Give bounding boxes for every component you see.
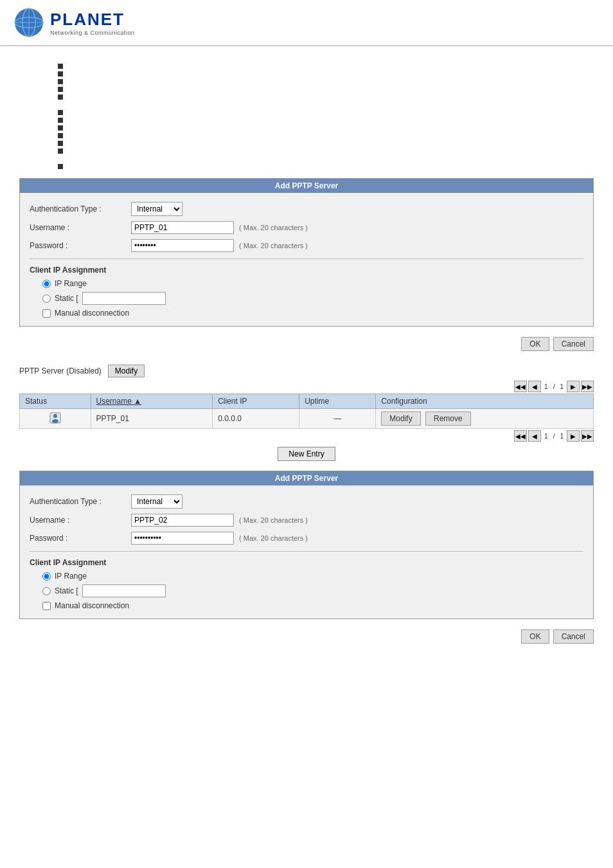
form2-password-row: Password : ( Max. 20 characters ) bbox=[30, 529, 583, 547]
password-input-2[interactable] bbox=[131, 532, 234, 545]
form1-title: Add PPTP Server bbox=[20, 179, 593, 193]
password-row: Password : ( Max. 20 characters ) bbox=[30, 237, 583, 255]
form1-body: Authentication Type : Internal Username … bbox=[20, 193, 593, 326]
pptp-server-header: PPTP Server (Disabled) Modify bbox=[19, 365, 594, 377]
list-item[interactable] bbox=[58, 140, 594, 147]
form2-buttons: OK Cancel bbox=[19, 626, 594, 647]
svg-point-7 bbox=[52, 419, 58, 423]
row-uptime: — bbox=[299, 409, 376, 429]
row-remove-btn[interactable]: Remove bbox=[425, 411, 471, 426]
last-page-btn[interactable]: ▶▶ bbox=[581, 381, 594, 392]
last-page-btn-2[interactable]: ▶▶ bbox=[581, 430, 594, 442]
form2-body: Authentication Type : Internal Username … bbox=[20, 485, 593, 619]
form2-static-ip-text: Static [ bbox=[55, 586, 78, 595]
form2-manual-disconnect-row: Manual disconnection bbox=[30, 599, 583, 612]
header: PLANET Networking & Communication bbox=[0, 0, 613, 46]
form2-username-label: Username : bbox=[30, 516, 126, 525]
list-item[interactable] bbox=[58, 62, 594, 70]
row-configuration: Modify Remove bbox=[376, 409, 594, 429]
static-ip-input-1[interactable] bbox=[82, 292, 166, 305]
static-ip-text-1: Static [ bbox=[55, 294, 78, 303]
logo-globe-icon bbox=[13, 6, 45, 39]
row-status bbox=[20, 409, 91, 429]
form1-cancel-button[interactable]: Cancel bbox=[553, 337, 594, 351]
new-entry-button[interactable]: New Entry bbox=[278, 447, 335, 461]
page-total-2: 1 bbox=[558, 433, 565, 440]
form2-title: Add PPTP Server bbox=[20, 471, 593, 485]
list-item[interactable] bbox=[58, 147, 594, 155]
next-page-btn-2[interactable]: ▶ bbox=[567, 430, 580, 442]
bullet-icon bbox=[58, 149, 63, 154]
bullet-icon bbox=[58, 118, 63, 123]
prev-page-btn-2[interactable]: ◀ bbox=[528, 430, 541, 442]
next-page-btn[interactable]: ▶ bbox=[567, 381, 580, 392]
bullet-icon bbox=[58, 79, 63, 84]
bullet-icon bbox=[58, 87, 63, 92]
table-header-row: Status Username ▲ Client IP Uptime Confi… bbox=[20, 394, 594, 409]
ip-range-radio-1[interactable] bbox=[42, 280, 51, 288]
list-item[interactable] bbox=[58, 132, 594, 140]
form2-cancel-button[interactable]: Cancel bbox=[553, 629, 594, 644]
col-username[interactable]: Username ▲ bbox=[91, 394, 213, 409]
auth-type-select[interactable]: Internal bbox=[131, 202, 182, 216]
page-total: 1 bbox=[558, 383, 565, 390]
manual-disconnect-row-1: Manual disconnection bbox=[30, 307, 583, 320]
pptp-server-modify-btn[interactable]: Modify bbox=[108, 365, 145, 377]
form1-ok-button[interactable]: OK bbox=[521, 337, 549, 351]
page-separator: / bbox=[551, 383, 557, 390]
list-item[interactable] bbox=[58, 86, 594, 93]
list-item[interactable] bbox=[58, 70, 594, 78]
prev-page-btn[interactable]: ◀ bbox=[528, 381, 541, 392]
username-input-2[interactable] bbox=[131, 514, 234, 527]
form2-ip-range-radio[interactable] bbox=[42, 572, 51, 581]
static-ip-radio-1[interactable] bbox=[42, 294, 51, 303]
pptp-table: Status Username ▲ Client IP Uptime Confi… bbox=[19, 393, 594, 429]
pagination-bottom: ◀◀ ◀ 1 / 1 ▶ ▶▶ bbox=[19, 430, 594, 442]
form2-username-row: Username : ( Max. 20 characters ) bbox=[30, 511, 583, 529]
auth-type-row: Authentication Type : Internal bbox=[30, 199, 583, 219]
main-content: Add PPTP Server Authentication Type : In… bbox=[0, 46, 613, 657]
first-page-btn[interactable]: ◀◀ bbox=[514, 381, 527, 392]
add-pptp-form-2: Add PPTP Server Authentication Type : In… bbox=[19, 471, 594, 619]
username-input-1[interactable] bbox=[131, 221, 234, 234]
list-item[interactable] bbox=[58, 109, 594, 116]
form2-auth-type-select[interactable]: Internal bbox=[131, 494, 182, 509]
logo-text: PLANET Networking & Communication bbox=[50, 10, 135, 36]
logo-area: PLANET Networking & Communication bbox=[13, 6, 135, 39]
add-pptp-form-1: Add PPTP Server Authentication Type : In… bbox=[19, 178, 594, 327]
manual-disconnect-checkbox-1[interactable] bbox=[42, 309, 51, 318]
ip-range-row-1: IP Range bbox=[30, 277, 583, 290]
pagination-top: ◀◀ ◀ 1 / 1 ▶ ▶▶ bbox=[19, 381, 594, 392]
bullet-icon bbox=[58, 71, 63, 77]
list-item[interactable] bbox=[58, 163, 594, 170]
form2-static-ip-radio[interactable] bbox=[42, 587, 51, 595]
form2-ip-range-row: IP Range bbox=[30, 570, 583, 583]
list-item[interactable] bbox=[58, 78, 594, 86]
col-status: Status bbox=[20, 394, 91, 409]
list-item[interactable] bbox=[58, 116, 594, 124]
password-hint-1: ( Max. 20 characters ) bbox=[239, 242, 308, 249]
form2-auth-type-row: Authentication Type : Internal bbox=[30, 492, 583, 511]
menu-group-2 bbox=[58, 109, 594, 155]
password-input-1[interactable] bbox=[131, 239, 234, 252]
list-item[interactable] bbox=[58, 124, 594, 132]
bullet-icon bbox=[58, 141, 63, 146]
form2-ok-button[interactable]: OK bbox=[521, 629, 549, 644]
static-ip-input-2[interactable] bbox=[82, 584, 166, 597]
form2-static-ip-row: Static [ bbox=[30, 583, 583, 599]
form2-password-label: Password : bbox=[30, 534, 126, 543]
logo-name: PLANET bbox=[50, 10, 135, 30]
new-entry-container: New Entry bbox=[19, 447, 594, 461]
bullet-icon bbox=[58, 164, 63, 169]
row-modify-btn[interactable]: Modify bbox=[381, 411, 420, 426]
first-page-btn-2[interactable]: ◀◀ bbox=[514, 430, 527, 442]
username-hint-1: ( Max. 20 characters ) bbox=[239, 224, 308, 231]
col-client-ip: Client IP bbox=[213, 394, 299, 409]
menu-group-1 bbox=[58, 62, 594, 101]
form2-ip-range-label: IP Range bbox=[55, 572, 87, 581]
ip-range-label-1: IP Range bbox=[55, 279, 87, 288]
form2-username-hint: ( Max. 20 characters ) bbox=[239, 516, 308, 524]
list-item[interactable] bbox=[58, 93, 594, 101]
status-user-icon bbox=[49, 412, 61, 424]
form2-manual-disconnect-checkbox[interactable] bbox=[42, 602, 51, 610]
